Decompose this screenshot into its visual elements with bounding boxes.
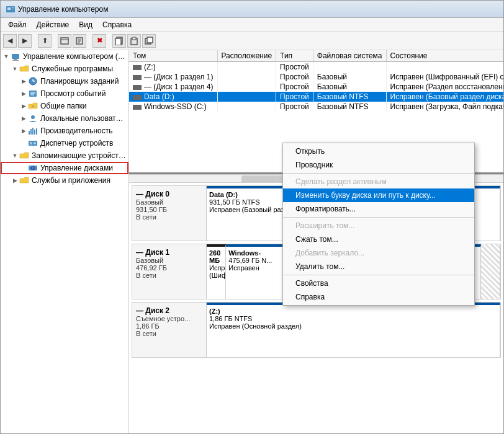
- ctx-format[interactable]: Форматировать...: [283, 202, 474, 216]
- svg-point-35: [34, 142, 36, 144]
- table-cell: Исправен (Базовый раздел диска): [386, 92, 503, 102]
- menu-action[interactable]: Действие: [32, 19, 74, 30]
- disk-size: 1,86 ГБ: [136, 322, 202, 330]
- sidebar-label-services: Службы и приложения: [32, 176, 110, 185]
- menu-view[interactable]: Вид: [74, 19, 97, 30]
- sidebar-item-localusers[interactable]: ▶ Локальные пользовате...: [1, 112, 128, 125]
- svg-rect-2: [12, 7, 14, 8]
- table-row[interactable]: — (Диск 1 раздел 1)ПростойБазовыйИсправе…: [129, 72, 503, 82]
- table-cell: [217, 72, 276, 82]
- sidebar-item-storage[interactable]: ▼ Запоминающие устройств...: [1, 149, 128, 162]
- col-type[interactable]: Тип: [276, 50, 313, 62]
- table-row[interactable]: Windows-SSD (C:)ПростойБазовый NTFSИспра…: [129, 102, 503, 112]
- event-icon: [28, 89, 38, 99]
- col-fs[interactable]: Файловая система: [313, 50, 386, 62]
- expand-perf-icon: ▶: [19, 128, 28, 134]
- table-cell: Data (D:): [129, 92, 217, 102]
- partition[interactable]: [481, 244, 500, 299]
- svg-rect-4: [61, 38, 68, 44]
- table-cell: Исправен (Загрузка, Файл подкачки, А...: [386, 102, 503, 112]
- sidebar-item-diskmgr[interactable]: Управление дисками: [1, 162, 128, 174]
- disk-type: Базовый: [136, 198, 202, 206]
- ctx-open[interactable]: Открыть: [283, 144, 474, 158]
- expand-storage-icon: ▼: [11, 153, 19, 159]
- ctx-explorer[interactable]: Проводник: [283, 158, 474, 172]
- show-hide-button[interactable]: [58, 34, 71, 48]
- sidebar-item-shared[interactable]: ▶ ↗ Общие папки: [1, 100, 128, 112]
- table-row[interactable]: Data (D:)ПростойБазовый NTFSИсправен (Ба…: [129, 92, 503, 102]
- disk-info: — Диск 0 Базовый 931,50 ГБ В сети: [132, 186, 207, 241]
- up-button[interactable]: ⬆: [38, 34, 52, 48]
- partition[interactable]: 260 МБ Исправен (Шиф...: [207, 244, 226, 299]
- ctx-delete[interactable]: Удалить том...: [283, 260, 474, 273]
- services-icon: [19, 175, 29, 185]
- partition[interactable]: (Z:) 1,86 ГБ NTFS Исправен (Основной раз…: [207, 303, 500, 357]
- context-menu: ОткрытьПроводникСделать раздел активнымИ…: [282, 143, 475, 306]
- expand-icon: ▼: [2, 53, 11, 60]
- sidebar-item-events[interactable]: ▶ Просмотр событий: [1, 87, 128, 100]
- menu-file[interactable]: Файл: [3, 19, 32, 30]
- sidebar-item-utils[interactable]: ▼ Служебные программы: [1, 63, 128, 75]
- sidebar-label-sched: Планировщик заданий: [40, 77, 119, 86]
- sidebar-item-perf[interactable]: ▶ Производительность: [1, 125, 128, 137]
- copy-button[interactable]: [112, 34, 126, 48]
- partition-name: (Z:): [209, 308, 497, 315]
- properties-button[interactable]: [73, 34, 86, 48]
- folder-share-icon: ↗: [28, 101, 38, 111]
- svg-rect-15: [147, 37, 153, 43]
- disk-type: Базовый: [136, 257, 202, 264]
- sidebar-label-devmgr: Диспетчер устройств: [40, 139, 113, 148]
- volumes-table: Том Расположение Тип Файловая система Со…: [129, 50, 503, 112]
- sidebar: ▼ Управление компьютером (л... ▼ Служебн…: [1, 50, 129, 433]
- ctx-extend: Расширить том...: [283, 219, 474, 232]
- ctx-change-letter[interactable]: Изменить букву диска или путь к диску...: [283, 188, 474, 202]
- ctx-active: Сделать раздел активным: [283, 175, 474, 188]
- context-menu-separator: [283, 173, 474, 174]
- context-menu-separator: [283, 217, 474, 218]
- ctx-props[interactable]: Свойства: [283, 277, 474, 290]
- paste-button[interactable]: [127, 34, 141, 48]
- svg-rect-29: [30, 129, 32, 135]
- partition-status: Исправен (Шиф...: [209, 264, 223, 279]
- sidebar-item-sched[interactable]: ▶ Планировщик заданий: [1, 75, 128, 87]
- delete-button[interactable]: ✖: [92, 34, 106, 48]
- ctx-help[interactable]: Справка: [283, 290, 474, 304]
- clock-icon: [28, 76, 38, 86]
- svg-point-27: [31, 115, 35, 119]
- window-icon: [6, 4, 16, 14]
- table-cell: [217, 102, 276, 112]
- storage-icon: [19, 151, 29, 161]
- svg-rect-34: [30, 142, 32, 144]
- sidebar-item-services[interactable]: ▶ Службы и приложения: [1, 174, 128, 187]
- menu-help[interactable]: Справка: [97, 19, 137, 30]
- svg-rect-32: [36, 128, 37, 135]
- sidebar-label-localusers: Локальные пользовате...: [40, 114, 126, 123]
- table-cell: — (Диск 1 раздел 4): [129, 82, 217, 92]
- col-layout[interactable]: Расположение: [217, 50, 276, 62]
- disk-name: — Диск 2: [136, 306, 202, 315]
- svg-rect-17: [14, 59, 17, 60]
- table-row[interactable]: (Z:)Простой: [129, 62, 503, 73]
- table-cell: Базовый NTFS: [313, 102, 386, 112]
- col-status[interactable]: Состояние: [386, 50, 503, 62]
- ctx-shrink[interactable]: Сжать том...: [283, 232, 474, 246]
- new-window-button[interactable]: [142, 34, 156, 48]
- expand-sched-icon: ▶: [19, 78, 28, 84]
- partition-size: 1,86 ГБ NTFS: [209, 315, 497, 322]
- expand-utils-icon: ▼: [11, 66, 19, 72]
- svg-point-38: [32, 167, 34, 169]
- table-row[interactable]: — (Диск 1 раздел 4)ПростойБазовыйИсправе…: [129, 82, 503, 92]
- disk-name: — Диск 1: [136, 248, 202, 257]
- table-cell: Простой: [276, 82, 313, 92]
- forward-button[interactable]: ▶: [18, 34, 32, 48]
- svg-rect-1: [7, 7, 11, 10]
- expand-shared-icon: ▶: [19, 103, 28, 109]
- disk-row: — Диск 2 Съемное устро... 1,86 ГБ В сети…: [132, 302, 501, 358]
- back-button[interactable]: ◀: [3, 34, 17, 48]
- disk-size: 476,92 ГБ: [136, 264, 202, 272]
- sidebar-item-devmgr[interactable]: Диспетчер устройств: [1, 137, 128, 149]
- col-tom[interactable]: Том: [129, 50, 217, 62]
- computer-icon: [11, 51, 20, 61]
- sidebar-item-root[interactable]: ▼ Управление компьютером (л...: [1, 50, 128, 63]
- sidebar-label-utils: Служебные программы: [32, 64, 113, 73]
